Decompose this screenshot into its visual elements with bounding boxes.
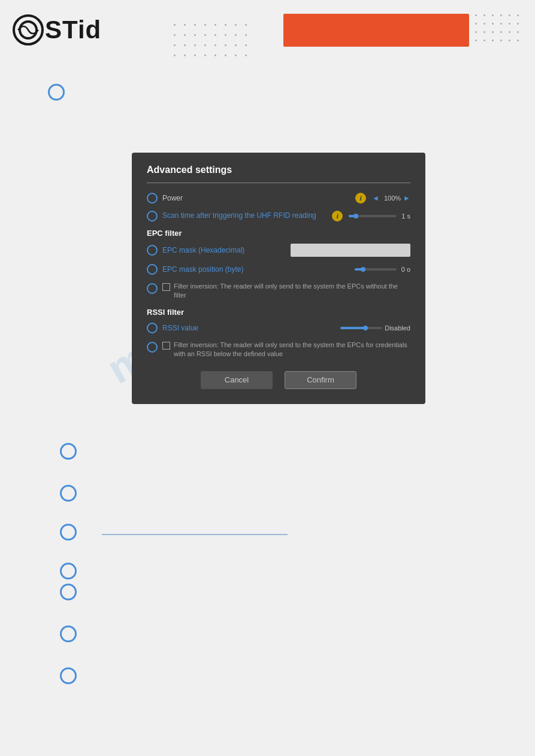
modal-divider [147,183,410,183]
modal-buttons: Cancel Confirm [147,371,410,389]
epc-mask-input[interactable] [291,244,410,257]
radio-left-2 [60,485,77,502]
rssi-filter-radio[interactable] [147,342,158,353]
radio-top [48,84,65,101]
rssi-filter-inversion-label: Filter inversion: The reader will only s… [174,341,410,359]
filter-inversion-checkbox[interactable] [162,283,170,291]
rssi-filter-header: RSSI filter [147,308,410,317]
filter-inversion-radio[interactable] [147,283,158,294]
scan-time-row: Scan time after triggering the UHF RFID … [147,211,410,221]
epc-filter-header: EPC filter [147,229,410,238]
epc-mask-row: EPC mask (Hexadecimal) [147,244,410,257]
rssi-slider[interactable] [340,327,382,329]
epc-mask-position-label: EPC mask position (byte) [162,265,355,274]
rssi-value-radio[interactable] [147,323,158,333]
page-body: manualslib.com Advanced settings Power i… [0,60,535,756]
power-right-arrow[interactable]: ► [403,194,410,202]
radio-left-1 [60,443,77,460]
power-row: Power i ◄ 100% ► [147,193,410,204]
power-radio[interactable] [147,193,158,204]
power-info-icon[interactable]: i [355,193,366,204]
radio-left-5 [60,584,77,600]
scan-time-info-icon[interactable]: i [332,211,343,221]
text-input-underline [102,534,288,535]
rssi-value-label: RSSI value [162,324,340,332]
radio-left-3 [60,524,77,541]
epc-mask-label: EPC mask (Hexadecimal) [162,246,291,254]
header-dots-right [475,14,523,45]
cancel-button[interactable]: Cancel [201,371,273,389]
header-dots-decoration [174,24,252,62]
stid-logo-icon [12,14,45,47]
scan-time-slider[interactable] [349,215,397,217]
radio-left-4 [60,563,77,579]
power-left-arrow[interactable]: ◄ [372,194,379,202]
power-label: Power [162,194,355,202]
epc-position-slider[interactable] [355,268,397,271]
scan-time-value: 1 s [401,212,410,220]
power-value: 100% [384,195,401,202]
header: STid [0,0,535,60]
modal-title: Advanced settings [147,165,410,175]
epc-mask-position-radio[interactable] [147,264,158,275]
rssi-filter-inversion-checkbox[interactable] [162,342,170,350]
scan-time-label: Scan time after triggering the UHF RFID … [162,211,318,221]
scan-time-radio[interactable] [147,211,158,221]
rssi-disabled-label: Disabled [385,324,410,332]
rssi-filter-inversion-row: Filter inversion: The reader will only s… [147,341,410,359]
filter-inversion-label: Filter inversion: The reader will only s… [174,282,410,300]
epc-mask-position-row: EPC mask position (byte) 0 o [147,264,410,275]
confirm-button[interactable]: Confirm [285,371,356,389]
radio-left-6 [60,626,77,642]
rssi-value-row: RSSI value Disabled [147,323,410,333]
radio-left-7 [60,667,77,684]
header-orange-bar [283,14,469,47]
advanced-settings-modal: Advanced settings Power i ◄ 100% ► Scan … [132,153,425,404]
epc-position-value: 0 o [401,266,410,273]
logo: STid [12,14,101,47]
epc-mask-radio[interactable] [147,245,158,256]
logo-text-label: STid [45,16,101,44]
filter-inversion-row: Filter inversion: The reader will only s… [147,282,410,300]
